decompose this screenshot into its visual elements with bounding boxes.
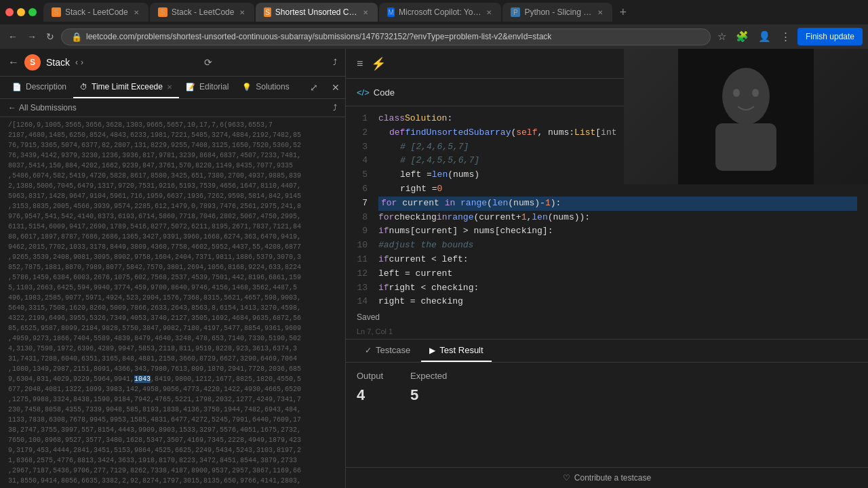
code-line-16: 5,1103,2663,6425,594,9940,3774,459,9700,…: [0, 283, 345, 293]
code-line-15: ,5786,1459,6384,6003,2676,1075,602,7568,…: [0, 272, 345, 283]
tab-shortest[interactable]: S Shortest Unsorted Continuou... ✕: [256, 3, 378, 22]
code-line-27: ,1275,9988,3324,8438,1590,9184,7942,4765…: [0, 394, 345, 405]
webcam-person-svg: [678, 49, 814, 184]
tab-close-5[interactable]: ✕: [596, 7, 604, 18]
tab-close-3[interactable]: ✕: [361, 7, 370, 18]
tab-label-4: Microsoft Copilot: Your AI co...: [399, 7, 481, 17]
code-line-5: ,5486,6074,582,5419,4720,5828,8617,8580,…: [0, 171, 345, 181]
contribute-testcase-button[interactable]: ♡ Contribute a testcase: [346, 467, 868, 488]
left-tabs-bar: 📄 Description ⏱ Time Limit Exceede ✕ 📝 E…: [0, 77, 345, 99]
bottom-tabs: ✓ Testcase ▶ Test Result: [346, 340, 868, 363]
code-brackets-icon: </>: [357, 87, 370, 98]
code-line-21: ,4959,9273,1866,7404,5589,4839,8479,4640…: [0, 333, 345, 344]
all-submissions-back[interactable]: ← All Submissions: [8, 103, 77, 113]
code-line-6: 2,1388,5006,7045,6479,1317,9720,7531,921…: [0, 181, 345, 191]
tab-time-limit[interactable]: ⏱ Time Limit Exceede ✕: [73, 77, 179, 98]
share-button[interactable]: ⤴: [333, 58, 337, 67]
back-bar: ← All Submissions ⤴: [0, 99, 345, 117]
svg-rect-2: [715, 123, 776, 171]
submissions-code-area[interactable]: /[1260,9,1005,3565,3656,3628,1303,9665,5…: [0, 117, 345, 488]
nav-arrows: ‹ ›: [75, 58, 83, 67]
tab-editorial[interactable]: 📝 Editorial: [179, 77, 235, 98]
results-area: Output 4 Expected 5: [346, 363, 868, 467]
code-line-33: 1,8368,2575,4776,8813,3424,3633,1918,817…: [0, 455, 345, 466]
tab-copilot[interactable]: M Microsoft Copilot: Your AI co... ✕: [379, 3, 501, 22]
left-panel: ← S Stack ‹ › ⟳ ⤴ 📄 Description ⏱ Time L…: [0, 49, 346, 488]
output-value: 4: [357, 386, 383, 404]
tab-test-result[interactable]: ▶ Test Result: [421, 340, 491, 362]
all-submissions-label: All Submissions: [19, 103, 77, 113]
tab-solutions[interactable]: 💡 Solutions: [235, 77, 296, 98]
left-header: ← S Stack ‹ › ⟳ ⤴: [0, 49, 345, 77]
tab-description-label: Description: [26, 82, 66, 92]
tab-testcase[interactable]: ✓ Testcase: [357, 340, 418, 362]
line-numbers: 12345 678910 111213141516: [346, 112, 373, 304]
description-icon: 📄: [12, 83, 22, 92]
url-text: leetcode.com/problems/shortest-unsorted-…: [86, 32, 551, 41]
refresh-button[interactable]: ↻: [43, 28, 57, 45]
testcase-icon: ✓: [365, 346, 372, 355]
panel-back-arrow[interactable]: ‹: [75, 58, 78, 67]
tab-favicon-2: S: [158, 7, 167, 17]
time-limit-close[interactable]: ✕: [167, 83, 172, 91]
back-nav-button[interactable]: ←: [8, 56, 19, 68]
editor-line-7: for current in range(len(nums)-1):: [378, 197, 857, 211]
back-arrow-icon: ←: [8, 103, 16, 113]
extensions-button[interactable]: 🧩: [733, 28, 751, 45]
maximize-traffic-light[interactable]: [28, 8, 37, 16]
back-button[interactable]: ←: [5, 28, 20, 45]
tab-close-4[interactable]: ✕: [485, 7, 493, 18]
tabs-expand-button[interactable]: ⤢: [310, 82, 318, 93]
tab-close-1[interactable]: ✕: [132, 7, 140, 18]
svg-point-3: [733, 89, 740, 97]
leetcode-icon: ⚡: [371, 56, 386, 71]
tab-python[interactable]: P Python - Slicing Strings ✕: [502, 3, 612, 22]
saved-label: Saved: [357, 312, 380, 322]
forward-button[interactable]: →: [24, 28, 39, 45]
tab-bar: S Stack - LeetCode ✕ S Stack - LeetCode …: [0, 0, 868, 24]
tab-solutions-label: Solutions: [256, 82, 289, 92]
finish-update-button[interactable]: Finish update: [797, 28, 863, 45]
panel-forward-arrow[interactable]: ›: [81, 58, 83, 67]
tab-description[interactable]: 📄 Description: [5, 77, 73, 98]
tab-favicon-1: S: [52, 7, 61, 17]
bookmark-button[interactable]: ☆: [715, 28, 729, 45]
status-bar: Ln 7, Col 1: [346, 325, 868, 338]
address-bar[interactable]: 🔒 leetcode.com/problems/shortest-unsorte…: [61, 28, 711, 45]
editor-line-12: left = current: [378, 267, 857, 281]
profile-button[interactable]: 👤: [755, 28, 774, 45]
editorial-icon: 📝: [186, 83, 195, 92]
panel-refresh-button[interactable]: ⟳: [204, 57, 212, 68]
code-line-17: 496,1983,2585,9077,5971,4924,523,2904,15…: [0, 293, 345, 303]
code-line-13: ,9265,3539,2408,9081,3095,8902,9758,1604…: [0, 252, 345, 262]
expected-label: Expected: [410, 371, 447, 381]
code-line-26: 677,2048,4081,1322,1099,3983,142,4958,90…: [0, 384, 345, 394]
code-line-35: 31,8550,9414,8056,6635,3382,2,92,8274,17…: [0, 476, 345, 486]
hamburger-button[interactable]: ≡: [357, 58, 363, 70]
copy-button[interactable]: ⤴: [333, 103, 337, 113]
tab-label-2: Stack - LeetCode: [172, 7, 235, 17]
editor-line-11: if current < left:: [378, 253, 857, 267]
editor-line-8: for checking in range(current+1,len(nums…: [378, 211, 857, 225]
code-line-1: 2187,4680,1485,6250,8524,4843,6233,1981,…: [0, 130, 345, 140]
minimize-traffic-light[interactable]: [17, 8, 25, 16]
webcam-overlay: [624, 49, 868, 184]
editor-line-14: right = checking: [378, 295, 857, 309]
lock-icon: 🔒: [71, 32, 82, 42]
tab-close-2[interactable]: ✕: [238, 7, 246, 18]
tab-stack-1[interactable]: S Stack - LeetCode ✕: [43, 3, 149, 22]
code-line-32: 9,3179,453,4444,2841,3451,5153,9864,4525…: [0, 445, 345, 455]
heart-icon: ♡: [563, 473, 570, 483]
left-header-left: ← S Stack ‹ ›: [8, 54, 83, 70]
close-traffic-light[interactable]: [5, 8, 14, 16]
code-line-12: 9462,2015,7702,1033,3178,8449,3809,4360,…: [0, 242, 345, 252]
menu-button[interactable]: ⋮: [778, 28, 793, 45]
webcam-feed: [624, 49, 868, 184]
tabs-collapse-button[interactable]: ✕: [332, 82, 340, 93]
testcase-label: Testcase: [376, 345, 410, 355]
tab-stack-2[interactable]: S Stack - LeetCode ✕: [150, 3, 255, 22]
new-tab-button[interactable]: +: [614, 5, 632, 20]
code-line-28: 230,7458,8058,4355,7339,9048,585,8193,18…: [0, 405, 345, 415]
code-line-19: 4322,2199,6496,3955,5326,7349,4053,3740,…: [0, 313, 345, 323]
solutions-icon: 💡: [242, 83, 252, 92]
